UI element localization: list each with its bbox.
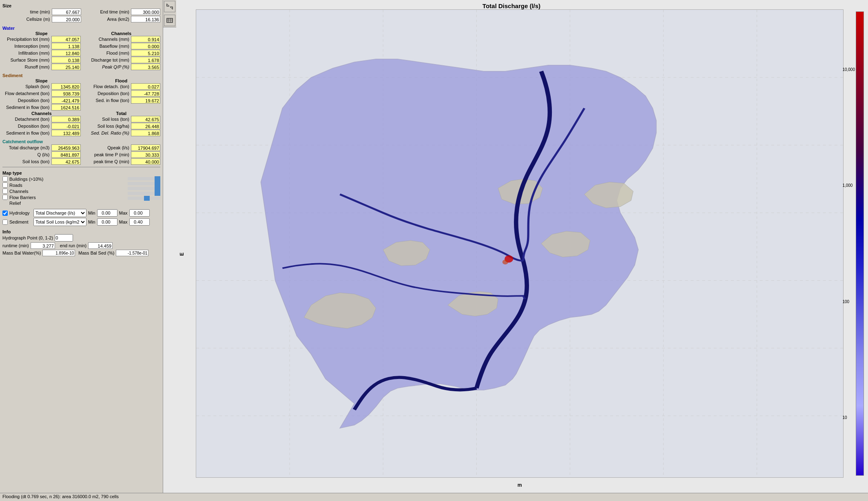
flood-label: Flood (mm) [82,51,131,55]
flow-barriers-row: Flow Barriers [2,195,124,200]
sediment-layer-checkbox[interactable] [2,219,8,225]
baseflow-value: 0.000 [131,43,160,49]
q-ls-value: 8481.897 [51,151,81,158]
buildings-row: Buildings (>10%) [2,176,124,182]
buildings-label: Buildings (>10%) [9,177,43,182]
sediment-title: Sediment [2,73,160,78]
channels-mm-label: Channels (mm) [82,37,131,42]
peak-time-p-value: 30.333 [131,151,160,158]
cellsize-label: Cellsize (m) [26,17,50,22]
flow-barriers-slider-track [128,192,160,195]
channels-slider-row [128,187,160,190]
interception-value: 1.138 [51,43,81,49]
sed-channels-subtitle: Channels [2,111,81,116]
sediment-layer-dropdown[interactable]: Total Soil Loss (kg/m2 [33,218,86,226]
total-discharge-value: 26459.963 [51,144,81,151]
channels-slider-thumb[interactable] [155,186,160,191]
map-type-title: Map type [2,171,160,175]
sediment-section: Sediment Slope Splash (ton) 1345.820 Flo… [2,71,160,137]
time-value: 67.667 [52,9,81,15]
hydrology-checkbox[interactable] [2,211,8,216]
relief-slider-track [128,197,160,200]
map-inner: 6,000 5,000 4,000 3,000 2,000 1,000 0 0 … [196,9,844,478]
hydrograph-input[interactable] [55,234,73,242]
roads-checkbox[interactable] [2,182,8,188]
hydrograph-row: Hydrograph Point (0, 1-2) [2,234,160,242]
flow-barriers-checkbox[interactable] [2,195,8,200]
runtime-row: runtime (min) 3.277 end run (min) 14.459 [2,242,160,249]
roads-slider-thumb[interactable] [155,181,160,186]
peak-qp-label: Peak Q/P (%) [82,64,131,69]
x-axis-label: m [196,482,844,488]
relief-label: Relief [9,201,21,206]
deposition-slope-value: -421.479 [51,97,81,104]
channels-label: Channels [9,189,28,194]
legend-max: 10,000 [842,67,855,72]
color-legend-bar [856,11,864,476]
hydrology-min-label: Min [88,211,95,215]
sediment-layer-max-input[interactable] [129,218,150,226]
runoff-value: 25.140 [51,64,81,70]
precip-value: 47.057 [51,36,81,42]
q-ls-label: Q (l/s) [2,152,51,157]
hydro-sed-section: Hydrology Total Discharge (l/s) Min Max … [2,209,160,227]
size-section: Size time (min) 67.667 End time (min) 30… [2,2,160,23]
flow-barriers-slider-row [128,192,160,195]
baseflow-label: Baseflow (mm) [82,44,131,49]
hydrology-max-label: Max [119,211,128,215]
flow-barriers-slider-thumb[interactable] [155,191,160,196]
end-run-value: 14.459 [88,242,113,249]
buildings-slider-thumb[interactable] [155,176,160,181]
svg-point-28 [503,259,508,264]
channels-subtitle: Channels [82,31,161,36]
sed-in-flow-ch-value: 132.489 [51,130,81,136]
sediment-layer-row: Sediment Total Soil Loss (kg/m2 Min Max [2,218,160,226]
sediment-layer-min-label: Min [88,219,95,224]
surface-store-label: Surface Store (mm) [2,58,51,62]
peak-qp-value: 3.565 [131,64,160,70]
relief-slider-row [128,197,160,200]
map-button[interactable] [164,15,175,26]
buildings-checkbox[interactable] [2,176,8,182]
right-panel: Total Discharge (l/s) E [163,0,868,493]
svg-line-0 [167,4,169,6]
hydrology-minmax: Min Max [88,209,150,217]
buildings-slider-row [128,177,160,180]
channels-row: Channels [2,188,124,194]
relief-row: Relief [2,201,124,206]
legend-mid2: 100 [842,299,855,304]
channels-checkbox[interactable] [2,188,8,194]
hydrology-dropdown[interactable]: Total Discharge (l/s) [33,209,86,217]
mass-bal-sed-label: Mass Bal Sed (%) [78,250,114,255]
endtime-value: 300.000 [131,9,160,15]
left-panel: Size time (min) 67.667 End time (min) 30… [0,0,163,493]
surface-store-value: 0.138 [51,57,81,63]
deposition-slope-label: Deposition (ton) [2,98,51,103]
roads-slider-row [128,182,160,185]
soil-loss-ton-value: 42.675 [131,116,160,122]
sed-flood-subtitle: Flood [82,78,161,83]
sediment-layer-min-input[interactable] [97,218,117,226]
deposition-ch-label: Deposition (ton) [2,124,51,129]
size-title: Size [2,3,160,8]
precip-label: Precipitation tot (mm) [2,37,51,42]
catch-soil-loss-label: Soil loss (ton) [2,159,51,164]
sed-in-flow-flood-label: Sed. in flow (ton) [82,98,131,103]
flow-detach-flood-label: Flow detach. (ton) [82,84,131,89]
zoom-button[interactable] [164,1,175,12]
hydrology-min-input[interactable] [97,209,117,217]
peak-time-p-label: peak time P (min) [82,152,131,157]
deposition-ch-value: -0.021 [51,123,81,129]
relief-slider-thumb[interactable] [144,196,150,201]
status-bar: Flooding (dt 0.769 sec, n 26): area 3160… [0,493,868,501]
interception-label: Interception (mm) [2,44,51,49]
runtime-value: 3.277 [31,242,55,249]
map-svg: 6,000 5,000 4,000 3,000 2,000 1,000 0 0 … [196,10,843,477]
hydrology-max-input[interactable] [129,209,150,217]
channels-mm-value: 0.914 [131,36,160,42]
mass-bal-sed-value: -1.578e-01 [116,250,148,256]
catchment-section: Catchment outflow Total discharge (m3) 2… [2,137,160,165]
endtime-label: End time (min) [100,9,129,14]
soil-loss-kgha-label: Soil loss (kg/ha) [82,124,131,129]
slope-subtitle: Slope [2,31,81,36]
